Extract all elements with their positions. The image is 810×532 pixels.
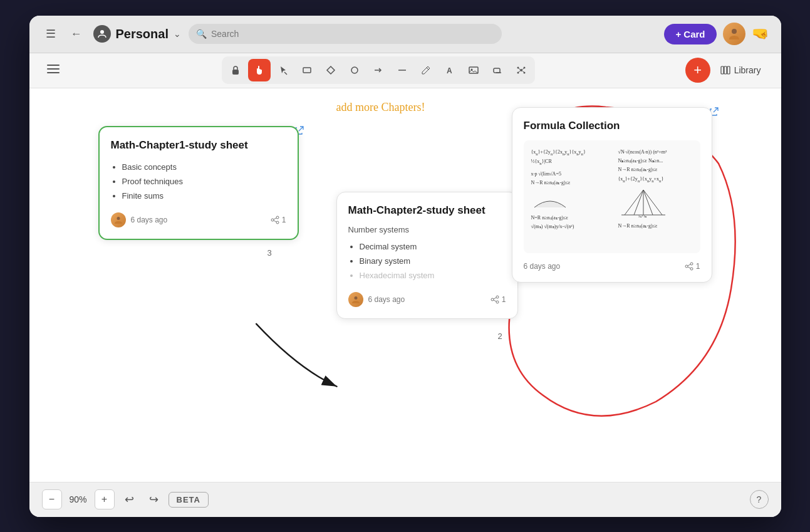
tool-diamond[interactable] bbox=[319, 59, 342, 81]
svg-rect-4 bbox=[47, 72, 60, 73]
svg-rect-5 bbox=[232, 70, 239, 75]
card2-user: 6 days ago bbox=[348, 292, 405, 307]
card1-share-count: 1 bbox=[282, 216, 286, 224]
card2-avatar bbox=[348, 292, 363, 307]
card2-item-3: Hexadecimal system bbox=[360, 268, 506, 283]
formula-content: {xn}+{2yn}{2xnyn}{xnyn} ½{xn}|CR x·p √(l… bbox=[524, 140, 700, 239]
svg-point-52 bbox=[690, 268, 693, 270]
svg-line-41 bbox=[494, 298, 496, 299]
svg-rect-29 bbox=[727, 66, 730, 74]
library-button[interactable]: Library bbox=[713, 61, 769, 79]
tool-pencil[interactable] bbox=[415, 59, 437, 81]
card3-time: 6 days ago bbox=[524, 262, 561, 271]
svg-line-24 bbox=[522, 68, 524, 70]
zoom-minus-button[interactable]: − bbox=[42, 489, 62, 509]
toolbar-menu-button[interactable] bbox=[42, 58, 65, 83]
add-canvas-button[interactable]: + bbox=[685, 58, 710, 83]
card-2[interactable]: Math-Chapter2-study sheet Number systems… bbox=[336, 192, 518, 319]
svg-line-54 bbox=[688, 267, 690, 268]
zoom-level: 90% bbox=[67, 494, 90, 504]
card1-num: 3 bbox=[267, 248, 272, 258]
svg-line-42 bbox=[494, 300, 496, 301]
tool-arrow[interactable] bbox=[367, 59, 390, 81]
svg-point-9 bbox=[351, 67, 358, 73]
back-button[interactable]: ← bbox=[67, 24, 86, 44]
help-button[interactable]: ? bbox=[750, 490, 769, 509]
svg-rect-3 bbox=[47, 68, 60, 70]
app-window: ☰ ← Personal ⌄ 🔍 + Card � bbox=[29, 16, 781, 517]
svg-line-12 bbox=[427, 68, 428, 70]
zoom-plus-button[interactable]: + bbox=[95, 489, 115, 509]
svg-line-25 bbox=[519, 71, 520, 72]
tool-text[interactable]: A bbox=[439, 59, 461, 81]
svg-text:A: A bbox=[447, 66, 452, 75]
tool-image[interactable] bbox=[462, 59, 485, 81]
card1-avatar bbox=[111, 212, 126, 227]
tool-rectangle[interactable] bbox=[296, 59, 318, 81]
tool-eraser[interactable] bbox=[486, 59, 509, 81]
svg-point-38 bbox=[496, 296, 499, 298]
card2-item-2: Binary system bbox=[360, 254, 506, 268]
formula-image: {xn}+{2yn}{2xnyn}{xnyn} ½{xn}|CR x·p √(l… bbox=[524, 140, 700, 253]
svg-point-39 bbox=[491, 298, 494, 301]
svg-point-18 bbox=[520, 69, 522, 71]
avatar[interactable] bbox=[723, 23, 745, 45]
tool-line[interactable] bbox=[391, 59, 413, 81]
card1-item-1: Basic concepts bbox=[122, 160, 286, 174]
svg-point-1 bbox=[732, 29, 737, 34]
fist-button[interactable]: 🤜 bbox=[752, 26, 769, 42]
svg-rect-2 bbox=[47, 65, 60, 66]
svg-point-40 bbox=[496, 301, 499, 303]
menu-button[interactable]: ☰ bbox=[42, 23, 60, 44]
canvas: add more Chapters! Math-Chapter1-study s… bbox=[29, 88, 781, 482]
search-wrapper: 🔍 bbox=[189, 24, 502, 44]
svg-rect-28 bbox=[724, 66, 727, 74]
card2-time: 6 days ago bbox=[368, 295, 405, 304]
card2-num: 2 bbox=[498, 331, 502, 341]
svg-point-33 bbox=[276, 221, 279, 224]
workspace-icon bbox=[93, 25, 111, 43]
svg-line-53 bbox=[688, 264, 690, 266]
card3-share: 1 bbox=[685, 262, 700, 271]
card-1[interactable]: Math-Chapter1-study sheet Basic concepts… bbox=[98, 126, 299, 240]
card3-title: Formula Collection bbox=[524, 119, 700, 133]
header: ☰ ← Personal ⌄ 🔍 + Card � bbox=[29, 16, 781, 53]
card2-item-1: Decimal system bbox=[360, 239, 506, 254]
card1-footer: 6 days ago 1 bbox=[111, 212, 286, 227]
card2-title: Math-Chapter2-study sheet bbox=[348, 204, 506, 217]
tool-lock[interactable] bbox=[224, 59, 247, 81]
header-right: + Card 🤜 bbox=[664, 23, 768, 45]
svg-marker-8 bbox=[327, 66, 335, 74]
bottom-bar: − 90% + ↩ ↪ BETA ? bbox=[29, 482, 781, 517]
svg-point-0 bbox=[100, 30, 104, 34]
svg-line-23 bbox=[519, 68, 520, 70]
card-3[interactable]: Formula Collection {xn}+{2yn}{2xnyn}{xny… bbox=[512, 107, 712, 283]
add-card-button[interactable]: + Card bbox=[664, 24, 716, 44]
svg-point-32 bbox=[271, 219, 274, 221]
toolbar: A bbox=[29, 53, 781, 88]
redo-button[interactable]: ↪ bbox=[144, 490, 164, 509]
annotation-text: add more Chapters! bbox=[336, 101, 425, 114]
card1-time: 6 days ago bbox=[131, 216, 168, 224]
tool-hand[interactable] bbox=[248, 59, 271, 81]
svg-line-47 bbox=[634, 190, 643, 215]
card1-item-3: Finite sums bbox=[122, 189, 286, 203]
svg-line-45 bbox=[625, 190, 643, 215]
card2-footer: 6 days ago 1 bbox=[348, 292, 506, 307]
workspace-name: Personal ⌄ bbox=[93, 25, 181, 43]
undo-button[interactable]: ↩ bbox=[120, 490, 139, 509]
svg-rect-16 bbox=[494, 68, 500, 73]
card1-share: 1 bbox=[271, 216, 286, 224]
search-input[interactable] bbox=[189, 24, 502, 44]
svg-point-50 bbox=[690, 263, 693, 265]
svg-line-35 bbox=[274, 221, 276, 222]
workspace-chevron[interactable]: ⌄ bbox=[174, 29, 181, 39]
tool-circle[interactable] bbox=[343, 59, 366, 81]
card3-share-count: 1 bbox=[696, 262, 700, 271]
tool-pointer[interactable] bbox=[272, 59, 294, 81]
svg-line-34 bbox=[274, 218, 276, 219]
beta-badge: BETA bbox=[169, 492, 209, 508]
svg-point-31 bbox=[276, 216, 279, 219]
tool-network[interactable] bbox=[510, 59, 532, 81]
tool-group: A bbox=[222, 56, 535, 84]
